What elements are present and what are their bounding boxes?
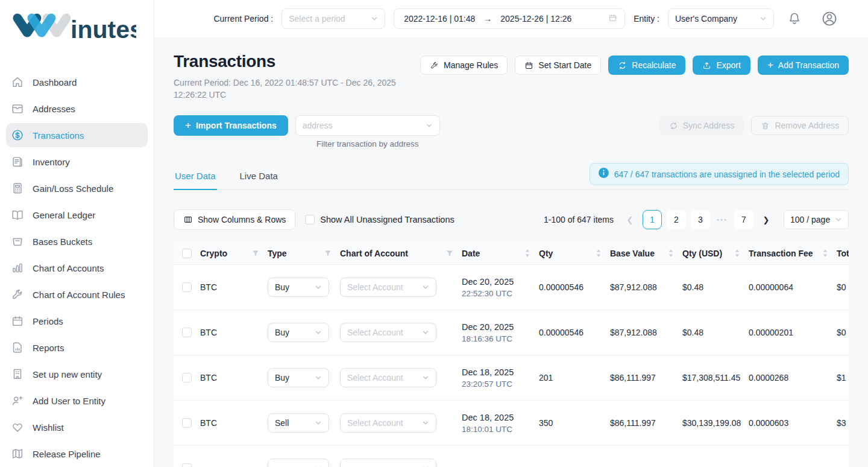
sidebar-item-periods[interactable]: Periods <box>6 309 148 333</box>
account-select[interactable]: Select Account <box>340 323 436 342</box>
column-header-crypto: Crypto <box>200 249 227 258</box>
filter-icon[interactable] <box>252 250 259 257</box>
date-range-picker[interactable]: 2022-12-16 | 01:48 → 2025-12-26 | 12:26 <box>394 8 625 29</box>
qty-cell: 0.00000546 <box>539 328 610 337</box>
page-2-button[interactable]: 2 <box>667 210 686 229</box>
show-all-unassigned-toggle[interactable]: Show All Unassigned Transactions <box>305 215 454 224</box>
address-filter-select[interactable]: address <box>295 115 440 136</box>
sidebar-item-gain-loss-schedule[interactable]: Gain/Loss Schedule <box>6 176 148 200</box>
user-plus-icon <box>11 394 24 407</box>
page-3-button[interactable]: 3 <box>691 210 710 229</box>
sidebar-item-general-ledger[interactable]: General Ledger <box>6 203 148 227</box>
sidebar-item-set-up-new-entity[interactable]: Set up new entity <box>6 362 148 386</box>
calendar-icon <box>11 314 24 328</box>
qty-cell: 201 <box>539 373 610 383</box>
period-select[interactable]: Select a period <box>281 8 385 29</box>
qty-usd-cell: $0.48 <box>682 282 749 292</box>
account-select[interactable]: Select Account <box>340 413 436 433</box>
sidebar-item-add-user-to-entity[interactable]: Add User to Entity <box>6 389 148 413</box>
account-select[interactable]: Select Account <box>340 368 436 387</box>
notifications-bell-icon[interactable] <box>787 11 802 26</box>
sidebar-item-transactions[interactable]: Transactions <box>6 123 148 147</box>
pages-ellipsis[interactable]: ••• <box>715 216 729 223</box>
base-value-cell: $86,111.997 <box>610 373 682 383</box>
sort-icon[interactable] <box>524 249 530 258</box>
set-start-date-button[interactable]: Set Start Date <box>515 56 601 75</box>
inventory-icon <box>11 155 24 168</box>
type-select[interactable]: Buy <box>268 278 329 297</box>
show-columns-rows-button[interactable]: Show Columns & Rows <box>174 209 295 230</box>
page-size-select[interactable]: 100 / page <box>784 210 849 229</box>
qty-usd-cell: $30,139,199.08 <box>682 418 749 428</box>
unassigned-banner: 647 / 647 transactions are unassigned in… <box>590 163 849 185</box>
page-7-button[interactable]: 7 <box>734 210 753 229</box>
add-transaction-button[interactable]: + Add Transaction <box>758 56 849 75</box>
export-icon <box>702 61 711 70</box>
row-checkbox[interactable] <box>182 328 192 337</box>
select-all-checkbox[interactable] <box>182 249 192 258</box>
export-button[interactable]: Export <box>693 56 750 75</box>
account-select[interactable] <box>340 459 436 467</box>
import-transactions-button[interactable]: + Import Transactions <box>174 115 288 136</box>
manage-rules-button[interactable]: Manage Rules <box>420 56 508 75</box>
sidebar-item-label: Wishlist <box>33 422 64 433</box>
sidebar-item-release-pipeline[interactable]: Release Pipeline <box>6 442 148 466</box>
type-select[interactable]: Sell <box>268 413 329 433</box>
filter-icon[interactable] <box>324 250 332 257</box>
app-logo[interactable]: inutes <box>0 0 154 52</box>
chevron-down-icon <box>315 465 322 467</box>
tab-user-data[interactable]: User Data <box>174 167 217 190</box>
range-end[interactable]: 2025-12-26 | 12:26 <box>500 14 602 24</box>
sidebar-item-chart-of-account-rules[interactable]: Chart of Account Rules <box>6 282 148 307</box>
type-select[interactable] <box>268 459 329 467</box>
sort-icon[interactable] <box>596 249 602 258</box>
dollar-circle-icon <box>11 129 24 142</box>
sidebar-item-dashboard[interactable]: Dashboard <box>6 70 148 94</box>
sync-address-button[interactable]: Sync Address <box>659 116 744 135</box>
sidebar-item-label: General Ledger <box>33 210 95 220</box>
entity-select[interactable]: User's Company <box>668 8 774 29</box>
sort-icon[interactable] <box>734 249 740 258</box>
sidebar-item-wishlist[interactable]: Wishlist <box>6 415 148 439</box>
page-1-button[interactable]: 1 <box>643 210 662 229</box>
prev-page-icon[interactable]: ❮ <box>622 210 638 229</box>
sort-icon[interactable] <box>822 249 828 258</box>
total-cell: $0 <box>837 328 849 337</box>
account-select[interactable]: Select Account <box>340 278 436 297</box>
remove-address-button[interactable]: Remove Address <box>751 116 849 135</box>
recalculate-button[interactable]: Recalculate <box>608 56 685 75</box>
table-body: BTC Buy Select Account Dec 20, 2025 22:5… <box>174 265 849 467</box>
type-select[interactable]: Buy <box>268 323 329 342</box>
type-select[interactable]: Buy <box>268 368 329 387</box>
report-icon <box>11 341 24 354</box>
logo-mark: inutes <box>8 8 136 46</box>
column-header-account: Chart of Account <box>340 249 408 258</box>
sidebar-item-addresses[interactable]: Addresses <box>6 97 148 121</box>
row-checkbox[interactable] <box>182 373 192 383</box>
tab-live-data[interactable]: Live Data <box>239 167 279 190</box>
fee-cell: 0.00000201 <box>749 328 837 337</box>
sidebar-item-inventory[interactable]: Inventory <box>6 150 148 174</box>
wallet-icon <box>11 102 24 115</box>
sidebar-item-bases-buckets[interactable]: Bases Buckets <box>6 229 148 253</box>
next-page-icon[interactable]: ❯ <box>758 210 774 229</box>
sidebar-item-chart-of-accounts[interactable]: Chart of Accounts <box>6 256 148 280</box>
row-checkbox[interactable] <box>182 418 192 428</box>
sidebar-item-label: Gain/Loss Schedule <box>33 183 113 194</box>
filter-icon[interactable] <box>446 250 453 257</box>
range-start[interactable]: 2022-12-16 | 01:48 <box>404 14 475 24</box>
row-checkbox[interactable] <box>182 282 192 292</box>
sidebar-item-reports[interactable]: Reports <box>6 335 148 360</box>
user-avatar-icon[interactable] <box>821 10 838 27</box>
sort-icon[interactable] <box>668 249 674 258</box>
plus-icon: + <box>185 120 191 130</box>
row-checkbox[interactable] <box>182 463 192 467</box>
time-cell: 23:20:57 UTC <box>462 380 532 389</box>
fee-cell: 0.00000064 <box>749 282 837 292</box>
topbar: Current Period : Select a period 2022-12… <box>154 0 868 37</box>
total-cell: $1 <box>837 373 849 383</box>
transactions-table: Crypto Type Chart of Account Date Qty Ba… <box>174 242 849 467</box>
qty-usd-cell: $17,308,511.45 <box>682 373 749 383</box>
chevron-down-icon <box>422 465 429 467</box>
show-all-unassigned-checkbox[interactable] <box>305 215 315 224</box>
